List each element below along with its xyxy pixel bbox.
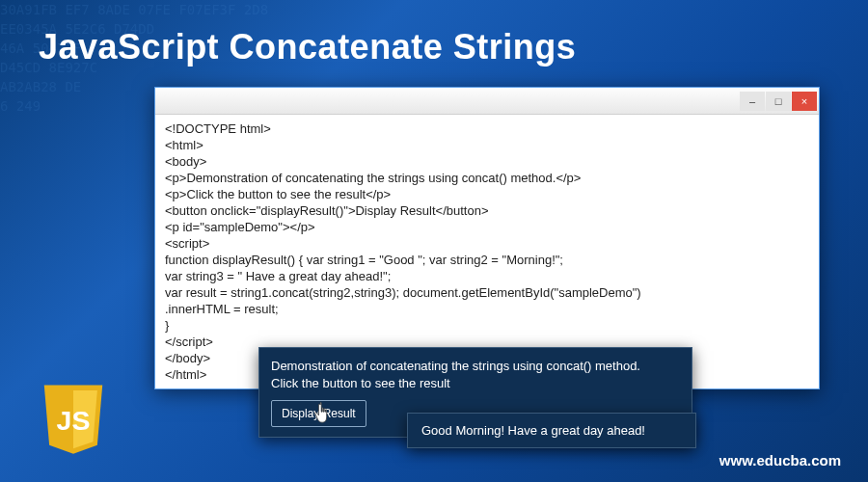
display-result-button[interactable]: Display Result xyxy=(271,400,366,427)
result-text: Good Morning! Have a great day ahead! xyxy=(421,423,645,438)
code-window: – □ × <!DOCTYPE html> <html> <body> <p>D… xyxy=(154,87,820,389)
website-url: www.educba.com xyxy=(719,452,841,469)
maximize-button[interactable]: □ xyxy=(766,92,791,111)
demo-text-line1: Demonstration of concatenating the strin… xyxy=(271,358,680,375)
javascript-logo: JS xyxy=(35,382,112,459)
page-title: JavaScript Concatenate Strings xyxy=(39,27,576,67)
svg-text:JS: JS xyxy=(57,405,91,436)
minimize-button[interactable]: – xyxy=(740,92,765,111)
close-button[interactable]: × xyxy=(792,92,817,111)
demo-text-line2: Click the button to see the result xyxy=(271,375,680,392)
window-titlebar: – □ × xyxy=(155,88,819,115)
result-output-panel: Good Morning! Have a great day ahead! xyxy=(407,413,696,448)
